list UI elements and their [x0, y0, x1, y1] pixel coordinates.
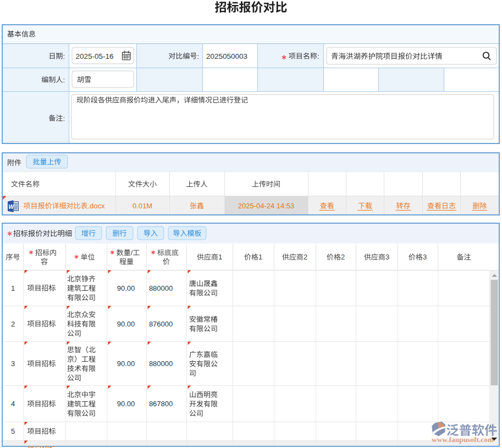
svg-text:90.00: 90.00 — [117, 359, 135, 368]
svg-text::: : — [63, 114, 65, 123]
svg-text:90.00: 90.00 — [117, 284, 135, 292]
svg-text:.docx: .docx — [88, 202, 106, 210]
svg-text:2025-05-16: 2025-05-16 — [76, 52, 114, 60]
svg-text::: : — [317, 52, 319, 60]
svg-text:867800: 867800 — [149, 400, 173, 408]
svg-text::: : — [63, 76, 65, 84]
svg-text:90.00: 90.00 — [117, 320, 135, 328]
svg-text:876000: 876000 — [149, 320, 173, 328]
svg-text:4: 4 — [11, 400, 15, 408]
svg-text:1: 1 — [218, 253, 222, 261]
svg-text:2: 2 — [341, 253, 345, 261]
svg-text:2025-04-24 14:53: 2025-04-24 14:53 — [238, 202, 295, 210]
svg-text:3: 3 — [11, 359, 15, 368]
svg-text::: : — [197, 52, 199, 60]
svg-text:90.00: 90.00 — [117, 400, 135, 408]
svg-text:880000: 880000 — [149, 359, 173, 368]
svg-text:W: W — [8, 203, 14, 210]
svg-text:2: 2 — [304, 253, 307, 261]
svg-text:3: 3 — [385, 253, 389, 261]
svg-text:2025050003: 2025050003 — [206, 52, 247, 60]
svg-text:/: / — [131, 248, 133, 257]
svg-text:1: 1 — [11, 284, 15, 292]
svg-text::: : — [63, 52, 65, 60]
svg-text:880000: 880000 — [149, 284, 173, 292]
svg-text:0.01M: 0.01M — [133, 202, 152, 210]
svg-text:www.fanpusoft.com: www.fanpusoft.com — [432, 435, 494, 444]
svg-text:2: 2 — [11, 320, 15, 328]
svg-text:3: 3 — [423, 253, 427, 261]
svg-text:1: 1 — [258, 253, 262, 261]
svg-text:5: 5 — [11, 427, 15, 435]
